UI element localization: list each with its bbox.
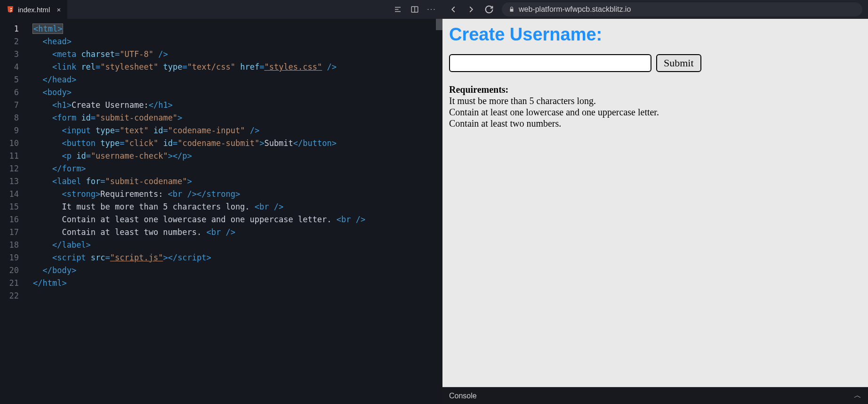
nav-forward-icon[interactable] [466,4,476,15]
code-content[interactable]: <html> <head> <meta charset="UTF-8" /> <… [26,19,442,404]
username-form: Submit [449,54,861,72]
split-icon[interactable] [410,5,419,14]
nav-back-icon[interactable] [448,4,458,15]
codename-input[interactable] [449,54,651,72]
requirements-block: Requirements: It must be more than 5 cha… [449,84,861,129]
preview-pane: web-platform-wfwpcb.stackblitz.io Create… [442,0,868,404]
chevron-up-icon[interactable]: ︿ [854,391,861,401]
requirements-label: Requirements: [449,84,508,95]
editor-pane: index.html × ··· 12345678910111213141516… [0,0,442,404]
console-bar[interactable]: Console ︿ [442,387,868,404]
editor-tabbar: index.html × ··· [0,0,442,19]
url-text: web-platform-wfwpcb.stackblitz.io [519,5,631,14]
scrollbar-thumb[interactable] [436,19,442,30]
console-label: Console [449,392,477,400]
close-icon[interactable]: × [56,6,61,14]
requirement-line: Contain at least one lowercase and one u… [449,107,861,118]
preview-document: Create Username: Submit Requirements: It… [442,19,868,387]
tab-filename: index.html [18,6,50,14]
line-gutter: 12345678910111213141516171819202122 [0,19,26,404]
submit-button[interactable]: Submit [656,54,701,72]
browser-toolbar: web-platform-wfwpcb.stackblitz.io [442,0,868,19]
code-editor[interactable]: 12345678910111213141516171819202122 <htm… [0,19,442,404]
lock-icon [508,6,515,13]
format-icon[interactable] [394,5,402,14]
url-bar[interactable]: web-platform-wfwpcb.stackblitz.io [502,2,862,16]
html-file-icon [7,6,14,13]
page-heading: Create Username: [449,24,861,45]
tab-index-html[interactable]: index.html × [0,0,68,19]
requirement-line: Contain at least two numbers. [449,118,861,129]
more-icon[interactable]: ··· [427,5,436,14]
reload-icon[interactable] [484,4,494,15]
requirement-line: It must be more than 5 characters long. [449,96,861,106]
